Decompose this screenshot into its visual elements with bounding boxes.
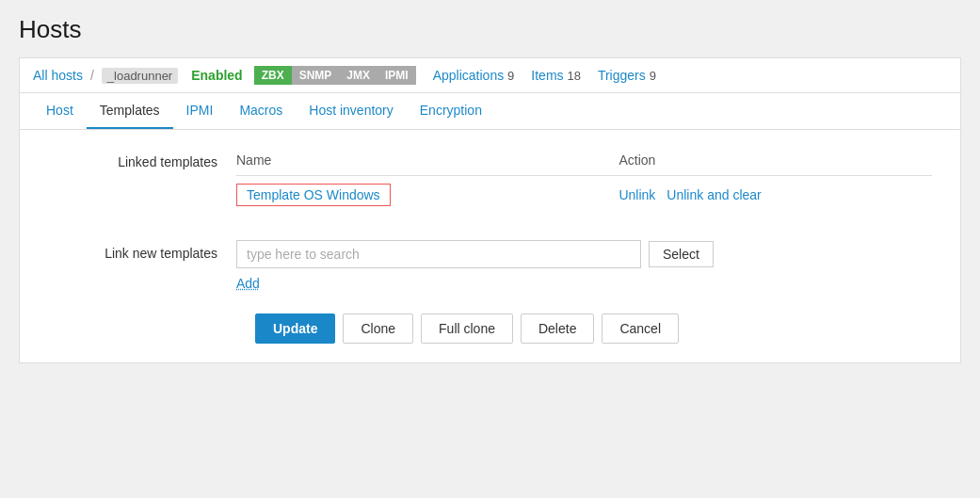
current-host-label: _loadrunner bbox=[102, 68, 178, 84]
unlink-link[interactable]: Unlink bbox=[619, 187, 655, 202]
items-link[interactable]: Items bbox=[531, 68, 563, 83]
applications-count: 9 bbox=[507, 69, 514, 83]
template-name-cell: Template OS Windows bbox=[236, 176, 619, 215]
triggers-link[interactable]: Triggers bbox=[598, 68, 646, 83]
zbx-badge: ZBX bbox=[254, 66, 292, 85]
all-hosts-link[interactable]: All hosts bbox=[33, 68, 83, 83]
table-row: Template OS Windows Unlink Unlink and cl… bbox=[236, 176, 932, 215]
template-os-windows-link[interactable]: Template OS Windows bbox=[236, 184, 391, 206]
linked-templates-row: Linked templates Name Action bbox=[48, 149, 932, 221]
protocol-badges: ZBX SNMP JMX IPMI bbox=[254, 66, 416, 85]
action-links: Unlink Unlink and clear bbox=[619, 187, 924, 202]
snmp-badge: SNMP bbox=[292, 66, 340, 85]
breadcrumb-separator: / bbox=[90, 68, 94, 83]
col-name-header: Name bbox=[236, 149, 619, 176]
col-action-header: Action bbox=[619, 149, 932, 176]
update-button[interactable]: Update bbox=[255, 313, 335, 344]
templates-table: Name Action Template OS Windows bbox=[236, 149, 932, 214]
cancel-button[interactable]: Cancel bbox=[602, 313, 679, 344]
jmx-badge: JMX bbox=[339, 66, 378, 85]
items-count: 18 bbox=[567, 69, 580, 83]
tab-macros[interactable]: Macros bbox=[226, 93, 296, 129]
page-title: Hosts bbox=[19, 15, 961, 44]
action-cell: Unlink Unlink and clear bbox=[619, 176, 932, 215]
full-clone-button[interactable]: Full clone bbox=[421, 313, 513, 344]
tabs-bar: Host Templates IPMI Macros Host inventor… bbox=[20, 93, 960, 130]
action-buttons: Update Clone Full clone Delete Cancel bbox=[48, 313, 932, 344]
tab-templates[interactable]: Templates bbox=[87, 93, 173, 129]
ipmi-badge: IPMI bbox=[378, 66, 416, 85]
linked-templates-label: Linked templates bbox=[48, 149, 236, 169]
tab-host-inventory[interactable]: Host inventory bbox=[296, 93, 406, 129]
linked-templates-value: Name Action Template OS Windows bbox=[236, 149, 932, 221]
triggers-stat: Triggers 9 bbox=[588, 68, 656, 83]
unlink-and-clear-link[interactable]: Unlink and clear bbox=[667, 187, 761, 202]
link-new-templates-row: Link new templates Select Add bbox=[48, 240, 932, 291]
breadcrumb-bar: All hosts / _loadrunner Enabled ZBX SNMP… bbox=[19, 57, 961, 93]
clone-button[interactable]: Clone bbox=[343, 313, 413, 344]
search-row: Select bbox=[236, 240, 932, 268]
items-stat: Items 18 bbox=[522, 68, 581, 83]
delete-button[interactable]: Delete bbox=[521, 313, 594, 344]
tab-ipmi[interactable]: IPMI bbox=[173, 93, 227, 129]
applications-stat: Applications 9 bbox=[424, 68, 515, 83]
add-link[interactable]: Add bbox=[236, 276, 260, 291]
search-input[interactable] bbox=[236, 240, 641, 268]
content-panel: Host Templates IPMI Macros Host inventor… bbox=[19, 93, 961, 363]
link-new-templates-value: Select Add bbox=[236, 240, 932, 291]
triggers-count: 9 bbox=[650, 69, 656, 83]
select-button[interactable]: Select bbox=[649, 241, 714, 267]
applications-link[interactable]: Applications bbox=[433, 68, 505, 83]
status-badge: Enabled bbox=[191, 68, 242, 83]
tab-host[interactable]: Host bbox=[33, 93, 87, 129]
tab-encryption[interactable]: Encryption bbox=[407, 93, 495, 129]
link-new-templates-label: Link new templates bbox=[48, 240, 236, 261]
form-body: Linked templates Name Action bbox=[20, 130, 960, 362]
